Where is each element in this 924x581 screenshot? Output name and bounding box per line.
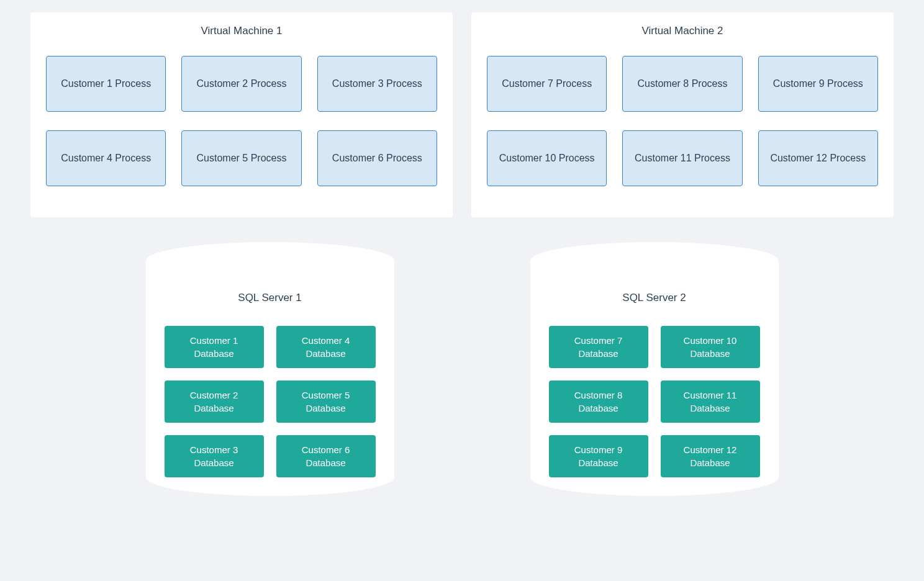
process-box: Customer 1 Process bbox=[46, 56, 166, 112]
vm-box-2: Virtual Machine 2 Customer 7 Process Cus… bbox=[471, 12, 894, 217]
db-row: SQL Server 1 Customer 1Database Customer… bbox=[12, 242, 912, 496]
process-box: Customer 5 Process bbox=[181, 130, 301, 186]
cylinder-top bbox=[146, 242, 394, 279]
process-box: Customer 2 Process bbox=[181, 56, 301, 112]
db-box: Customer 8Database bbox=[549, 381, 648, 423]
db-box: Customer 12Database bbox=[661, 435, 760, 477]
vm-box-1: Virtual Machine 1 Customer 1 Process Cus… bbox=[30, 12, 453, 217]
db-title: SQL Server 1 bbox=[165, 292, 376, 304]
db-box: Customer 5Database bbox=[276, 381, 376, 423]
db-box: Customer 7Database bbox=[549, 326, 648, 368]
process-box: Customer 11 Process bbox=[622, 130, 742, 186]
db-box: Customer 2Database bbox=[165, 381, 264, 423]
vm-row: Virtual Machine 1 Customer 1 Process Cus… bbox=[12, 12, 912, 217]
db-box: Customer 10Database bbox=[661, 326, 760, 368]
process-box: Customer 3 Process bbox=[317, 56, 437, 112]
db-box: Customer 3Database bbox=[165, 435, 264, 477]
process-box: Customer 12 Process bbox=[758, 130, 878, 186]
vm-title: Virtual Machine 2 bbox=[487, 25, 878, 37]
cylinder-top bbox=[530, 242, 779, 279]
db-cylinder-2: SQL Server 2 Customer 7Database Customer… bbox=[530, 242, 779, 496]
vm-title: Virtual Machine 1 bbox=[46, 25, 437, 37]
process-box: Customer 7 Process bbox=[487, 56, 607, 112]
process-box: Customer 6 Process bbox=[317, 130, 437, 186]
process-box: Customer 9 Process bbox=[758, 56, 878, 112]
db-grid: Customer 1Database Customer 4Database Cu… bbox=[165, 326, 376, 477]
db-title: SQL Server 2 bbox=[549, 292, 760, 304]
db-box: Customer 4Database bbox=[276, 326, 376, 368]
process-box: Customer 4 Process bbox=[46, 130, 166, 186]
cylinder-body: SQL Server 1 Customer 1Database Customer… bbox=[146, 261, 394, 496]
db-cylinder-1: SQL Server 1 Customer 1Database Customer… bbox=[146, 242, 394, 496]
process-box: Customer 8 Process bbox=[622, 56, 742, 112]
db-grid: Customer 7Database Customer 10Database C… bbox=[549, 326, 760, 477]
db-box: Customer 9Database bbox=[549, 435, 648, 477]
process-grid: Customer 1 Process Customer 2 Process Cu… bbox=[46, 56, 437, 186]
cylinder-body: SQL Server 2 Customer 7Database Customer… bbox=[530, 261, 779, 496]
db-box: Customer 6Database bbox=[276, 435, 376, 477]
db-box: Customer 1Database bbox=[165, 326, 264, 368]
process-box: Customer 10 Process bbox=[487, 130, 607, 186]
db-box: Customer 11Database bbox=[661, 381, 760, 423]
process-grid: Customer 7 Process Customer 8 Process Cu… bbox=[487, 56, 878, 186]
